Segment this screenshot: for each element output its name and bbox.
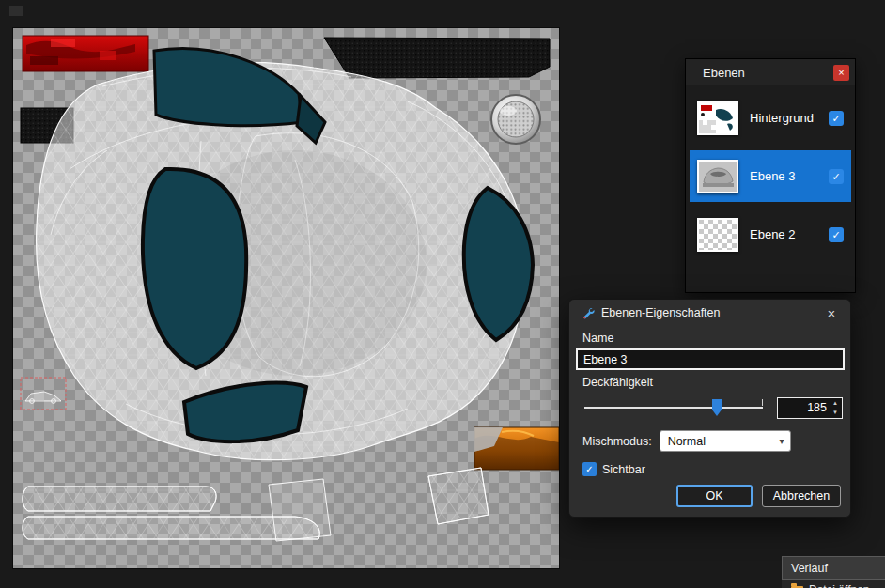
- check-icon: ✓: [831, 113, 840, 124]
- opacity-number-field: ▲ ▼: [777, 397, 843, 419]
- layer-properties-dialog: Ebenen-Eigenschaften × Name Deckfähigkei…: [568, 299, 851, 518]
- layers-panel-title: Ebenen: [703, 66, 745, 80]
- layer-row-hintergrund[interactable]: Hintergrund ✓: [690, 92, 851, 144]
- visible-label: Sichtbar: [602, 463, 645, 476]
- dialog-titlebar[interactable]: Ebenen-Eigenschaften ×: [569, 300, 850, 326]
- check-icon: ✓: [585, 464, 593, 474]
- red-texture-region: [23, 36, 148, 71]
- spinner-up-icon: ▲: [832, 400, 838, 406]
- layers-panel-close-button[interactable]: ×: [833, 65, 849, 81]
- dialog-title: Ebenen-Eigenschaften: [601, 306, 720, 319]
- layers-panel: Ebenen × Hintergrund ✓: [685, 58, 856, 293]
- spinner-up-button[interactable]: ▲: [829, 398, 842, 409]
- cancel-button[interactable]: Abbrechen: [762, 485, 841, 507]
- history-panel: Verlauf Datei öffnen: [782, 556, 885, 588]
- name-label: Name: [582, 332, 850, 345]
- dialog-buttons: OK Abbrechen: [569, 485, 850, 507]
- history-item-label: Datei öffnen: [809, 583, 870, 588]
- layer-name: Hintergrund: [750, 111, 817, 125]
- ok-button[interactable]: OK: [676, 485, 753, 507]
- slider-end-tick: [762, 399, 763, 406]
- layer-name: Ebene 2: [750, 227, 817, 241]
- layer-visible-checkbox[interactable]: ✓: [829, 111, 844, 126]
- car-uv-artwork: [13, 28, 559, 568]
- layer-row-ebene-2[interactable]: Ebene 2 ✓: [690, 209, 851, 260]
- layer-row-ebene-3[interactable]: Ebene 3 ✓: [690, 150, 851, 202]
- blend-mode-row: Mischmodus: Normal ▾: [582, 430, 843, 452]
- layer-visible-checkbox[interactable]: ✓: [829, 227, 844, 242]
- wrench-icon: [581, 306, 595, 320]
- bumper-wireframes: [23, 468, 489, 541]
- slider-thumb[interactable]: [712, 399, 722, 416]
- blend-mode-label: Mischmodus:: [582, 435, 652, 448]
- visible-checkbox[interactable]: ✓: [582, 462, 597, 476]
- opacity-label: Deckfähigkeit: [582, 376, 850, 389]
- layer-visible-checkbox[interactable]: ✓: [829, 169, 844, 184]
- orange-texture-part: [474, 427, 559, 470]
- slider-track: [584, 407, 763, 409]
- history-panel-title: Verlauf: [791, 562, 828, 575]
- image-canvas[interactable]: [13, 28, 559, 568]
- chrome-circle: [491, 95, 540, 144]
- opacity-row: ▲ ▼: [582, 396, 843, 419]
- selection-box: [21, 378, 66, 410]
- layers-panel-header[interactable]: Ebenen ×: [686, 59, 855, 85]
- carbon-texture-top: [324, 38, 550, 78]
- layer-thumbnail: [697, 218, 738, 252]
- chevron-down-icon: ▾: [780, 436, 784, 446]
- spinner-down-button[interactable]: ▼: [829, 408, 842, 418]
- history-panel-header[interactable]: Verlauf: [782, 556, 885, 580]
- opacity-spinner: ▲ ▼: [829, 398, 842, 418]
- check-icon: ✓: [831, 171, 840, 182]
- history-item[interactable]: Datei öffnen: [782, 580, 885, 588]
- app-window: Ebenen × Hintergrund ✓: [0, 0, 885, 588]
- opacity-slider[interactable]: [582, 396, 765, 419]
- dialog-close-button[interactable]: ×: [822, 305, 841, 321]
- window-icon: [9, 6, 23, 16]
- blend-mode-dropdown[interactable]: Normal ▾: [660, 430, 791, 452]
- layer-thumbnail: [697, 160, 738, 193]
- visible-row: ✓ Sichtbar: [582, 462, 843, 476]
- layer-thumbnail: [697, 101, 738, 135]
- blend-mode-value: Normal: [668, 435, 706, 448]
- check-icon: ✓: [831, 229, 840, 240]
- layer-name-input[interactable]: [576, 348, 845, 370]
- layer-name: Ebene 3: [750, 169, 817, 183]
- spinner-down-icon: ▼: [832, 410, 838, 415]
